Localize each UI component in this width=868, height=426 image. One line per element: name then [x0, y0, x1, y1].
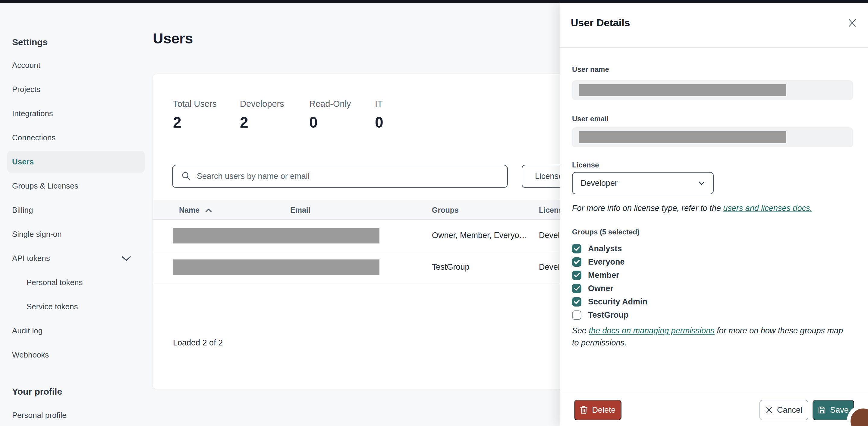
users-licenses-docs-link[interactable]: users and licenses docs.	[723, 204, 812, 213]
checkbox-icon[interactable]	[572, 284, 581, 293]
user-email-input[interactable]	[572, 127, 853, 147]
close-icon[interactable]	[847, 18, 858, 28]
trash-icon	[580, 406, 588, 414]
stat-label: IT	[375, 99, 383, 109]
column-label: Email	[290, 206, 310, 215]
cancel-button[interactable]: Cancel	[760, 400, 808, 420]
delete-button[interactable]: Delete	[574, 400, 621, 420]
sidebar-item-connections[interactable]: Connections	[7, 127, 145, 148]
checkbox-icon[interactable]	[572, 257, 581, 267]
managing-permissions-docs-link[interactable]: the docs on managing permissions	[589, 326, 715, 335]
group-label: Member	[588, 271, 619, 280]
group-label: Security Admin	[588, 297, 647, 307]
group-label: TestGroup	[588, 310, 629, 320]
group-row-member[interactable]: Member	[572, 268, 619, 282]
note-text: For more info on license type, refer to …	[572, 204, 723, 213]
button-label: Save	[830, 405, 849, 415]
stat-label: Read-Only	[309, 99, 351, 109]
checkbox-icon[interactable]	[572, 244, 581, 253]
license-selected-value: Developer	[581, 179, 618, 188]
note-text: See	[572, 326, 589, 335]
stat-value: 2	[240, 114, 284, 131]
search-input[interactable]	[197, 172, 468, 181]
sidebar-item-personal-tokens[interactable]: Personal tokens	[7, 272, 145, 293]
stat-value: 0	[309, 114, 351, 131]
sidebar-section-your-profile: Your profile	[7, 381, 145, 402]
stat-it: IT 0	[375, 99, 383, 131]
sidebar-item-groups-licenses[interactable]: Groups & Licenses	[7, 175, 145, 197]
column-header-name[interactable]: Name	[179, 200, 212, 220]
page-title: Users	[153, 30, 193, 47]
settings-sidebar: Settings Account Projects Integrations C…	[7, 0, 145, 426]
redacted-name-email	[173, 259, 379, 275]
stat-total-users: Total Users 2	[173, 99, 217, 131]
user-name-input[interactable]	[572, 80, 853, 100]
user-email-label: User email	[572, 115, 609, 123]
sidebar-item-api-tokens[interactable]: API tokens	[7, 247, 145, 269]
stat-value: 2	[173, 114, 217, 131]
chevron-down-icon	[121, 255, 131, 264]
user-name-label: User name	[572, 65, 609, 74]
group-row-analysts[interactable]: Analysts	[572, 242, 622, 255]
group-row-owner[interactable]: Owner	[572, 282, 613, 295]
chevron-up-icon	[205, 208, 212, 213]
group-row-security-admin[interactable]: Security Admin	[572, 295, 647, 308]
button-label: Cancel	[777, 405, 802, 415]
license-label: License	[572, 161, 599, 169]
group-row-everyone[interactable]: Everyone	[572, 255, 625, 268]
column-label: Name	[179, 206, 199, 215]
group-label: Analysts	[588, 244, 622, 253]
stat-developers: Developers 2	[240, 99, 284, 131]
sidebar-item-billing[interactable]: Billing	[7, 199, 145, 221]
column-header-groups[interactable]: Groups	[432, 200, 459, 220]
sidebar-item-integrations[interactable]: Integrations	[7, 103, 145, 124]
save-disk-icon	[818, 406, 826, 414]
sidebar-item-account[interactable]: Account	[7, 54, 145, 76]
redacted-name-email	[173, 228, 379, 244]
checkbox-icon[interactable]	[572, 271, 581, 280]
close-icon	[766, 406, 773, 414]
checkbox-icon[interactable]	[572, 297, 581, 307]
sidebar-item-projects[interactable]: Projects	[7, 79, 145, 100]
stat-label: Total Users	[173, 99, 217, 109]
checkbox-icon[interactable]	[572, 310, 581, 320]
stat-label: Developers	[240, 99, 284, 109]
cell-groups: TestGroup	[432, 251, 470, 283]
search-icon	[181, 171, 191, 182]
group-row-testgroup[interactable]: TestGroup	[572, 308, 629, 322]
user-details-panel: User Details User name User email Licens…	[560, 3, 868, 426]
sidebar-item-single-sign-on[interactable]: Single sign-on	[7, 223, 145, 245]
button-label: Delete	[592, 405, 615, 415]
stat-value: 0	[375, 114, 383, 131]
group-label: Everyone	[588, 257, 625, 267]
sidebar-item-label: API tokens	[12, 254, 50, 263]
panel-footer: Delete Cancel Save	[560, 393, 868, 426]
license-note: For more info on license type, refer to …	[572, 202, 846, 214]
sidebar-section-settings: Settings	[7, 31, 145, 53]
divider	[560, 47, 868, 48]
top-window-bar	[0, 0, 868, 3]
sidebar-item-service-tokens[interactable]: Service tokens	[7, 296, 145, 317]
search-users-field[interactable]	[172, 165, 508, 188]
sidebar-item-audit-log[interactable]: Audit log	[7, 320, 145, 342]
permissions-note: See the docs on managing permissions for…	[572, 324, 846, 349]
sidebar-item-users[interactable]: Users	[7, 151, 145, 173]
redacted-user-name	[579, 84, 786, 96]
stat-read-only: Read-Only 0	[309, 99, 351, 131]
cell-groups: Owner, Member, Everyo…	[432, 220, 527, 251]
groups-label: Groups (5 selected)	[572, 228, 640, 236]
column-label: Groups	[432, 206, 459, 215]
table-load-status: Loaded 2 of 2	[173, 338, 223, 347]
redacted-user-email	[579, 131, 786, 143]
column-header-email[interactable]: Email	[290, 200, 310, 220]
chevron-down-icon	[698, 181, 705, 186]
license-select[interactable]: Developer	[572, 172, 714, 194]
sidebar-item-webhooks[interactable]: Webhooks	[7, 344, 145, 366]
sidebar-item-personal-profile[interactable]: Personal profile	[7, 404, 145, 426]
panel-title: User Details	[571, 17, 630, 29]
group-label: Owner	[588, 284, 613, 293]
